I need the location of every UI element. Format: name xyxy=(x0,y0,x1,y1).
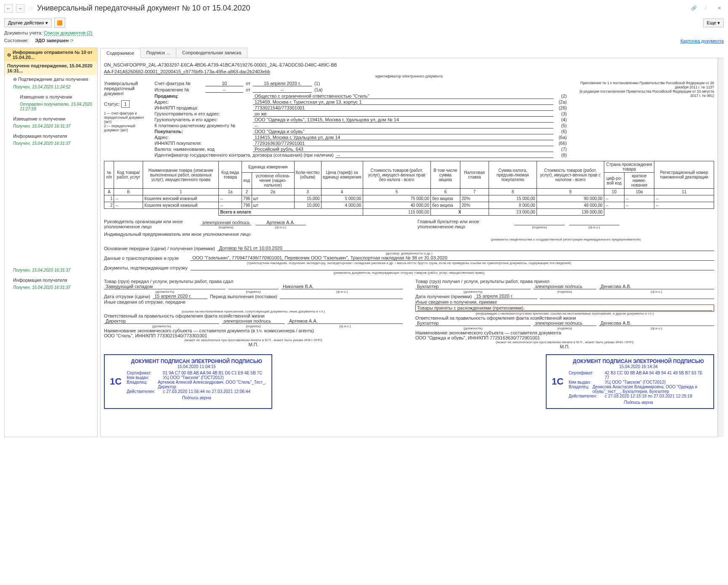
tab-signatures[interactable]: Подписи ... xyxy=(140,48,176,58)
close-icon[interactable]: ✕ xyxy=(715,5,724,11)
favorite-icon[interactable]: ☆ xyxy=(28,4,34,12)
sidebar-item[interactable]: Извещение о получении xyxy=(5,115,97,123)
sidebar-item[interactable]: Извещение о получении xyxy=(5,93,97,101)
signature-stamp-left: 1С ДОКУМЕНТ ПОДПИСАН ЭЛЕКТРОННОЙ ПОДПИСЬ… xyxy=(104,354,272,409)
sidebar-header[interactable]: ⊖ Информация отправителя № 10 от 15.04.2… xyxy=(5,48,97,61)
tab-cover-note[interactable]: Сопроводительная записка xyxy=(176,48,247,58)
document-card-link[interactable]: Карточка документа xyxy=(680,38,724,43)
tab-content[interactable]: Содержимое xyxy=(100,48,141,58)
refresh-icon[interactable]: ⟳ xyxy=(70,38,74,43)
claim-highlight: Товары приняты с расхождениями (претензи… xyxy=(415,305,714,312)
tree-icon-button[interactable]: 🟧 xyxy=(54,18,65,28)
sidebar-status: Получен, 15.04.2020 11:24:52 xyxy=(5,84,97,93)
sidebar-confirmation[interactable]: Получено подтверждение, 15.04.2020 16:31… xyxy=(5,61,97,75)
documents-list-link[interactable]: Список документов (2) xyxy=(44,30,93,36)
more-button[interactable]: Еще ▾ xyxy=(703,19,724,27)
link-icon[interactable]: 🔗 xyxy=(691,5,697,11)
signature-stamp-right: 1С ДОКУМЕНТ ПОДПИСАН ЭЛЕКТРОННОЙ ПОДПИСЬ… xyxy=(546,354,714,409)
invoice-date: 15 апреля 2020 г. xyxy=(253,81,312,86)
invoice-number: 10 xyxy=(205,81,243,86)
sidebar-item[interactable]: ⊖ Подтверждение даты получения xyxy=(5,75,97,84)
sidebar-status: Отправлен получателю, 15.04.2020 11:27:5… xyxy=(5,101,97,115)
basis-value: Договор № 621 от 10.03.2020 xyxy=(218,246,714,251)
docs-account-label: Документы учета: xyxy=(4,30,43,35)
file-identifier: ON_NSCHFDOPPR_2AL-A7303297-E6CA-4BD6-A73… xyxy=(104,61,714,68)
document-body: ON_NSCHFDOPPR_2AL-A7303297-E6CA-4BD6-A73… xyxy=(100,58,718,437)
sidebar-status: Получен, 15.04.2020 16:31:37 xyxy=(5,267,97,276)
sidebar: ⊖ Информация отправителя № 10 от 15.04.2… xyxy=(4,48,98,437)
sidebar-item[interactable]: Информация получателя xyxy=(5,132,97,140)
vertical-scrollbar[interactable] xyxy=(718,58,724,437)
other-actions-button[interactable]: Другие действия ▾ xyxy=(4,19,52,27)
table-row: 2--Кошелек мужской кажаный--796шт10,0004… xyxy=(104,202,714,209)
table-row: 1--Кошелек женский кожаный--796шт15,0005… xyxy=(104,195,714,202)
sidebar-status: Получен, 15.04.2020 16:31:37 xyxy=(5,284,97,293)
forward-button[interactable]: → xyxy=(16,4,24,13)
state-value: ЭДО завершен xyxy=(35,38,69,43)
doc-type-label: Универсальный передаточный документ xyxy=(104,81,146,96)
id-hint: идентификатор электронного документа xyxy=(104,74,714,78)
status-box: 1 xyxy=(121,100,130,108)
sidebar-status: Получен, 15.04.2020 16:31:37 xyxy=(5,140,97,149)
appendix-note: Приложение № 1 к постановлению Правитель… xyxy=(575,81,714,158)
window-title: Универсальный передаточный документ № 10… xyxy=(37,4,688,13)
state-label: Состояние: xyxy=(4,38,29,43)
sidebar-status: Получен, 15.04.2020 16:31:37 xyxy=(5,123,97,132)
items-table: № п/п Код товара/ работ, услуг Наименова… xyxy=(104,161,714,216)
back-button[interactable]: ← xyxy=(4,4,13,13)
status-description: 1 — счет-фактура и передаточный документ… xyxy=(104,111,146,132)
more-vertical-icon[interactable]: ⋮ xyxy=(700,5,712,11)
tabs: Содержимое Подписи ... Сопроводительная … xyxy=(100,48,724,58)
sidebar-item[interactable]: Информация получателя xyxy=(5,276,97,284)
transport-value: ООО "Газелькин", 7709477438/770901001, П… xyxy=(191,255,714,261)
